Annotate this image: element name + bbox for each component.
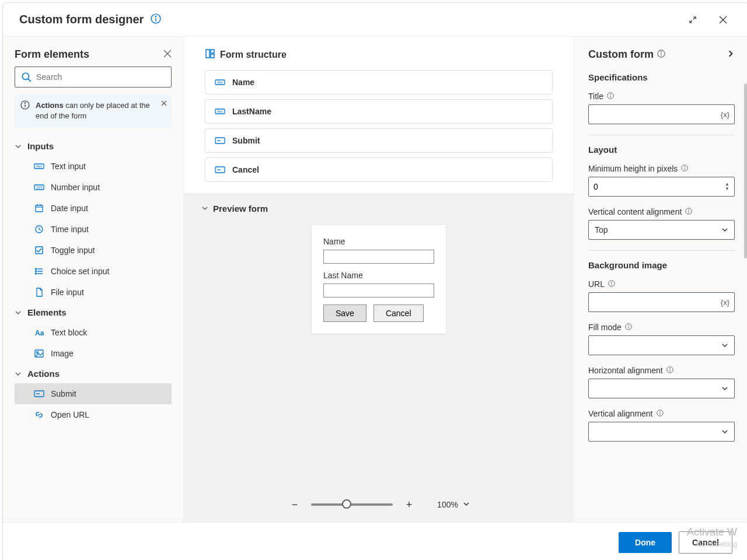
info-icon[interactable]: [657, 50, 665, 60]
svg-text:Abc: Abc: [217, 80, 223, 84]
fillmode-select[interactable]: [588, 335, 735, 355]
chevron-down-icon[interactable]: [463, 500, 470, 509]
info-icon[interactable]: [657, 410, 664, 418]
zoom-slider[interactable]: [311, 503, 393, 506]
valign-label: Vertical content alignment: [588, 207, 682, 216]
preview-cancel-button[interactable]: Cancel: [374, 304, 424, 322]
info-icon[interactable]: [608, 280, 615, 289]
item-file-input[interactable]: File input: [15, 282, 172, 303]
submit-icon: [33, 388, 45, 400]
divider: [588, 135, 735, 135]
svg-point-64: [628, 324, 629, 325]
group-inputs[interactable]: Inputs: [15, 136, 172, 156]
chevron-down-icon: [15, 309, 22, 316]
bgimage-heading: Background image: [588, 260, 735, 270]
expand-icon[interactable]: [683, 10, 702, 29]
info-icon[interactable]: [666, 366, 673, 375]
info-icon[interactable]: [607, 92, 614, 101]
item-time-input[interactable]: Time input: [15, 219, 172, 240]
text-input-icon: Abc: [215, 78, 225, 86]
item-image[interactable]: Image: [15, 343, 172, 364]
item-submit[interactable]: Submit: [15, 383, 172, 404]
close-panel-icon[interactable]: [163, 50, 172, 60]
group-actions[interactable]: Actions: [15, 364, 172, 383]
chevron-right-icon[interactable]: [727, 50, 735, 60]
url-input[interactable]: {x}: [588, 292, 735, 312]
zoom-in-button[interactable]: +: [402, 498, 416, 512]
info-icon[interactable]: [685, 208, 692, 216]
search-field[interactable]: [36, 72, 165, 82]
svg-rect-38: [211, 54, 214, 58]
group-elements[interactable]: Elements: [15, 303, 172, 322]
chevron-down-icon[interactable]: [201, 204, 208, 214]
info-icon[interactable]: [151, 13, 161, 26]
divider: [588, 250, 735, 251]
halign-select[interactable]: [588, 379, 735, 398]
svg-line-8: [28, 79, 31, 82]
item-text-block[interactable]: Aa Text block: [15, 322, 172, 343]
item-choice-set-input[interactable]: Choice set input: [15, 261, 172, 282]
image-icon: [33, 348, 45, 359]
halign-label: Horizontal alignment: [588, 366, 663, 375]
fillmode-label: Fill mode: [588, 323, 622, 332]
preview-input-lastname[interactable]: [323, 284, 434, 298]
item-toggle-input[interactable]: Toggle input: [15, 240, 172, 261]
scrollbar[interactable]: [744, 83, 747, 258]
text-input-icon: Abc: [33, 160, 45, 172]
info-icon[interactable]: [681, 164, 688, 173]
svg-point-61: [612, 281, 612, 282]
svg-point-67: [669, 368, 670, 368]
submit-icon: [215, 166, 225, 173]
struct-item-lastname[interactable]: Abc LastName: [205, 99, 553, 124]
fx-icon[interactable]: {x}: [721, 110, 729, 119]
done-button[interactable]: Done: [619, 532, 672, 553]
zoom-thumb[interactable]: [342, 499, 351, 509]
item-date-input[interactable]: Date input: [15, 198, 172, 219]
valign-select[interactable]: Top: [588, 220, 735, 240]
banner-close-icon[interactable]: [161, 99, 167, 109]
search-input[interactable]: [15, 66, 172, 88]
calendar-icon: [33, 202, 45, 214]
preview-label-name: Name: [323, 237, 434, 246]
struct-item-submit[interactable]: Submit: [205, 128, 553, 153]
text-input-icon: Abc: [215, 107, 225, 116]
svg-point-49: [661, 51, 661, 52]
item-text-input[interactable]: Abc Text input: [15, 156, 172, 177]
spinner-icon[interactable]: ▲▼: [725, 182, 729, 191]
list-icon: [33, 265, 45, 277]
chevron-down-icon: [721, 385, 728, 392]
title-input[interactable]: {x}: [588, 104, 735, 124]
dialog-title: Custom form designer: [19, 13, 144, 26]
preview-title: Preview form: [213, 204, 268, 214]
svg-point-27: [36, 268, 37, 270]
zoom-value: 100%: [437, 500, 458, 509]
minheight-label: Minimum height in pixels: [588, 164, 678, 173]
clock-icon: [33, 223, 45, 235]
specifications-heading: Specifications: [588, 72, 735, 82]
svg-text:123: 123: [36, 186, 43, 189]
svg-point-32: [37, 352, 39, 354]
valignbg-select[interactable]: [588, 422, 735, 442]
text-icon: Aa: [33, 327, 45, 338]
close-icon[interactable]: [714, 10, 732, 29]
cancel-button[interactable]: Cancel: [679, 531, 732, 554]
preview-input-name[interactable]: [323, 250, 434, 264]
struct-item-cancel[interactable]: Cancel: [205, 158, 553, 182]
zoom-out-button[interactable]: −: [288, 498, 302, 512]
chevron-down-icon: [721, 226, 728, 233]
preview-save-button[interactable]: Save: [323, 304, 366, 322]
chevron-down-icon: [15, 143, 22, 150]
chevron-down-icon: [15, 370, 22, 377]
chevron-down-icon: [721, 428, 728, 435]
struct-item-name[interactable]: Abc Name: [205, 70, 553, 94]
item-open-url[interactable]: Open URL: [15, 404, 172, 425]
svg-point-2: [156, 16, 156, 16]
item-number-input[interactable]: 123 Number input: [15, 177, 172, 198]
svg-point-70: [659, 411, 660, 411]
properties-title: Custom form: [588, 48, 654, 61]
checkbox-icon: [33, 244, 45, 256]
minheight-input[interactable]: ▲▼: [588, 177, 735, 197]
info-icon[interactable]: [625, 323, 632, 332]
fx-icon[interactable]: {x}: [721, 298, 729, 307]
svg-rect-37: [211, 50, 214, 53]
